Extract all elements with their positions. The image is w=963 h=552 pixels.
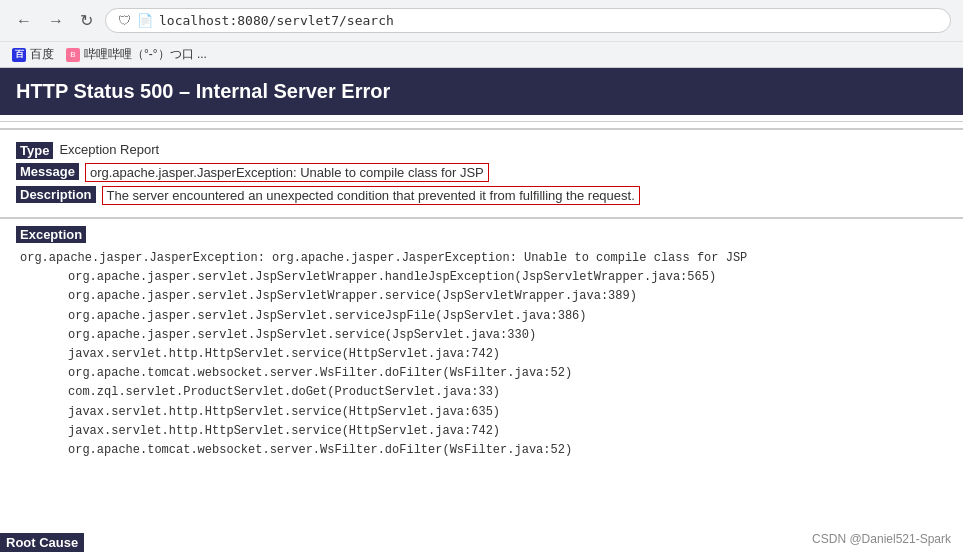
description-label: Description	[16, 186, 96, 203]
stack-line-8: javax.servlet.http.HttpServlet.service(H…	[20, 403, 947, 422]
bili-icon: B	[66, 48, 80, 62]
watermark: CSDN @Daniel521-Spark	[812, 532, 951, 546]
bookmark-baidu-label: 百度	[30, 46, 54, 63]
stack-line-6: org.apache.tomcat.websocket.server.WsFil…	[20, 364, 947, 383]
root-cause-bar: Root Cause	[0, 533, 84, 552]
stack-line-2: org.apache.jasper.servlet.JspServletWrap…	[20, 287, 947, 306]
root-cause-label: Root Cause	[6, 535, 78, 550]
stack-line-0: org.apache.jasper.JasperException: org.a…	[20, 249, 947, 268]
bookmark-baidu[interactable]: 百 百度	[12, 46, 54, 63]
forward-button[interactable]: →	[44, 10, 68, 32]
exception-label: Exception	[16, 225, 947, 249]
type-value: Exception Report	[59, 142, 159, 157]
bookmark-bili[interactable]: B 哔哩哔哩（°-°）つ口 ...	[66, 46, 207, 63]
description-value: The server encountered an unexpected con…	[102, 186, 640, 205]
refresh-button[interactable]: ↻	[76, 9, 97, 32]
address-bar[interactable]: 🛡 📄 localhost:8080/servlet7/search	[105, 8, 951, 33]
stack-line-1: org.apache.jasper.servlet.JspServletWrap…	[20, 268, 947, 287]
stack-line-9: javax.servlet.http.HttpServlet.service(H…	[20, 422, 947, 441]
stack-line-3: org.apache.jasper.servlet.JspServlet.ser…	[20, 307, 947, 326]
type-label: Type	[16, 142, 53, 159]
type-row: Type Exception Report	[16, 142, 947, 159]
stack-line-7: com.zql.servlet.ProductServlet.doGet(Pro…	[20, 383, 947, 402]
stack-trace: org.apache.jasper.JasperException: org.a…	[16, 249, 947, 460]
bookmarks-bar: 百 百度 B 哔哩哔哩（°-°）つ口 ...	[0, 41, 963, 67]
url-text: localhost:8080/servlet7/search	[159, 13, 394, 28]
browser-chrome: ← → ↻ 🛡 📄 localhost:8080/servlet7/search…	[0, 0, 963, 68]
message-label: Message	[16, 163, 79, 180]
message-row: Message org.apache.jasper.JasperExceptio…	[16, 163, 947, 182]
stack-line-4: org.apache.jasper.servlet.JspServlet.ser…	[20, 326, 947, 345]
page-icon: 📄	[137, 13, 153, 28]
baidu-icon: 百	[12, 48, 26, 62]
header-divider	[0, 121, 963, 122]
error-details: Type Exception Report Message org.apache…	[0, 128, 963, 219]
back-button[interactable]: ←	[12, 10, 36, 32]
message-value: org.apache.jasper.JasperException: Unabl…	[85, 163, 489, 182]
nav-bar: ← → ↻ 🛡 📄 localhost:8080/servlet7/search	[0, 0, 963, 41]
description-row: Description The server encountered an un…	[16, 186, 947, 205]
exception-section: Exception org.apache.jasper.JasperExcept…	[0, 219, 963, 466]
bookmark-bili-label: 哔哩哔哩（°-°）つ口 ...	[84, 46, 207, 63]
stack-line-10: org.apache.tomcat.websocket.server.WsFil…	[20, 441, 947, 460]
http-status-header: HTTP Status 500 – Internal Server Error	[0, 68, 963, 115]
http-status-title: HTTP Status 500 – Internal Server Error	[16, 80, 947, 103]
stack-line-5: javax.servlet.http.HttpServlet.service(H…	[20, 345, 947, 364]
security-icon: 🛡	[118, 13, 131, 28]
page-content: HTTP Status 500 – Internal Server Error …	[0, 68, 963, 466]
